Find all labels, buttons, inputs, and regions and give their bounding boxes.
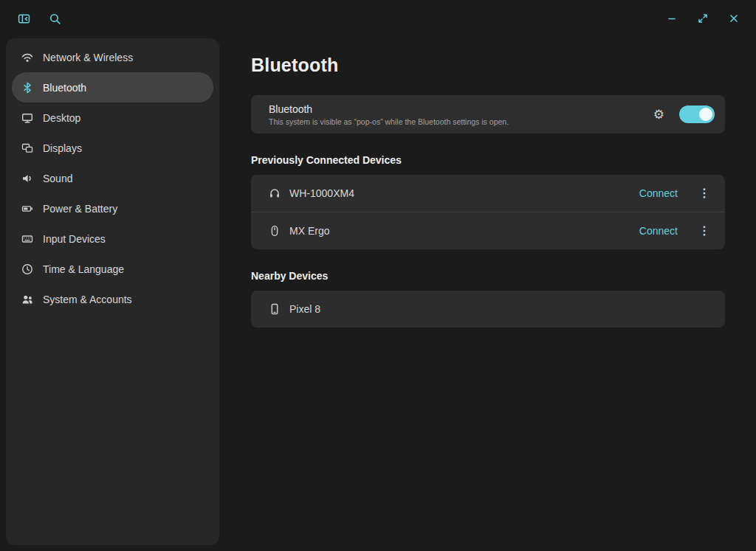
battery-icon	[21, 203, 33, 215]
displays-icon	[21, 142, 33, 154]
titlebar	[0, 0, 756, 37]
close-button[interactable]	[722, 7, 746, 30]
sidebar-item-label: Time & Language	[43, 263, 124, 275]
device-name: MX Ergo	[289, 225, 329, 237]
sidebar-toggle-icon	[18, 13, 30, 25]
sidebar-item-label: Input Devices	[43, 233, 106, 245]
settings-window: Network & Wireless Bluetooth Deskto	[0, 0, 756, 551]
bluetooth-settings-card: Bluetooth This system is visible as “pop…	[251, 95, 725, 134]
speaker-icon	[21, 173, 33, 184]
sidebar-item-label: Desktop	[43, 112, 80, 124]
keyboard-icon	[21, 233, 33, 245]
overflow-menu-icon: ⋮	[698, 224, 710, 237]
users-icon	[21, 294, 33, 305]
search-button[interactable]	[43, 7, 66, 30]
toggle-knob	[699, 108, 712, 121]
main-content: Bluetooth Bluetooth This system is visib…	[219, 37, 756, 551]
window-controls	[660, 7, 746, 30]
device-name: WH-1000XM4	[289, 187, 354, 199]
previously-connected-heading: Previously Connected Devices	[251, 154, 725, 166]
sidebar-item-displays[interactable]: Displays	[12, 133, 213, 163]
page-title: Bluetooth	[251, 55, 725, 76]
titlebar-left	[12, 7, 66, 30]
bluetooth-options-button[interactable]: ⚙	[650, 105, 667, 124]
bluetooth-toggle[interactable]	[679, 105, 715, 123]
nearby-devices-list: Pixel 8	[251, 291, 725, 328]
maximize-icon	[697, 13, 709, 24]
phone-icon	[269, 303, 281, 315]
sidebar-item-label: Bluetooth	[43, 82, 86, 94]
sidebar: Network & Wireless Bluetooth Deskto	[6, 38, 219, 545]
sidebar-item-label: Network & Wireless	[43, 52, 133, 63]
maximize-button[interactable]	[691, 7, 715, 30]
sidebar-item-desktop[interactable]: Desktop	[12, 103, 213, 133]
device-row-wh1000xm4: WH-1000XM4 Connect ⋮	[251, 175, 725, 212]
sidebar-item-input-devices[interactable]: Input Devices	[12, 223, 213, 254]
device-menu-button[interactable]: ⋮	[694, 221, 715, 241]
bluetooth-icon	[21, 82, 33, 94]
bluetooth-card-actions: ⚙	[650, 105, 715, 124]
sidebar-item-network-wireless[interactable]: Network & Wireless	[12, 42, 213, 72]
sidebar-item-sound[interactable]: Sound	[12, 163, 213, 193]
bluetooth-card-text: Bluetooth This system is visible as “pop…	[269, 103, 509, 126]
gear-icon: ⚙	[653, 108, 664, 122]
sidebar-item-system-accounts[interactable]: System & Accounts	[12, 284, 213, 314]
wifi-icon	[21, 52, 33, 63]
app-body: Network & Wireless Bluetooth Deskto	[0, 37, 756, 551]
clock-icon	[21, 263, 33, 275]
headphones-icon	[269, 187, 281, 199]
sidebar-item-label: Displays	[43, 142, 82, 154]
device-row-pixel-8[interactable]: Pixel 8	[251, 291, 725, 328]
overflow-menu-icon: ⋮	[698, 187, 710, 199]
sidebar-item-power-battery[interactable]: Power & Battery	[12, 193, 213, 223]
sidebar-item-label: Sound	[43, 173, 72, 184]
bluetooth-card-title: Bluetooth	[269, 103, 509, 115]
sidebar-item-label: Power & Battery	[43, 203, 117, 215]
minimize-icon	[666, 13, 678, 24]
sidebar-item-label: System & Accounts	[43, 294, 132, 305]
connect-button[interactable]: Connect	[639, 225, 678, 237]
previously-connected-list: WH-1000XM4 Connect ⋮ MX Ergo	[251, 175, 725, 249]
bluetooth-card-subtitle: This system is visible as “pop-os” while…	[269, 117, 509, 126]
device-row-mx-ergo: MX Ergo Connect ⋮	[251, 212, 725, 249]
connect-button[interactable]: Connect	[639, 187, 678, 199]
minimize-button[interactable]	[660, 7, 684, 30]
sidebar-item-bluetooth[interactable]: Bluetooth	[12, 72, 213, 103]
search-icon	[49, 13, 61, 25]
close-icon	[728, 13, 740, 24]
sidebar-item-time-language[interactable]: Time & Language	[12, 254, 213, 284]
nearby-devices-heading: Nearby Devices	[251, 270, 725, 282]
device-menu-button[interactable]: ⋮	[694, 183, 715, 204]
device-name: Pixel 8	[289, 303, 320, 315]
sidebar-toggle-button[interactable]	[12, 7, 35, 30]
mouse-icon	[269, 225, 281, 237]
desktop-icon	[21, 112, 33, 124]
